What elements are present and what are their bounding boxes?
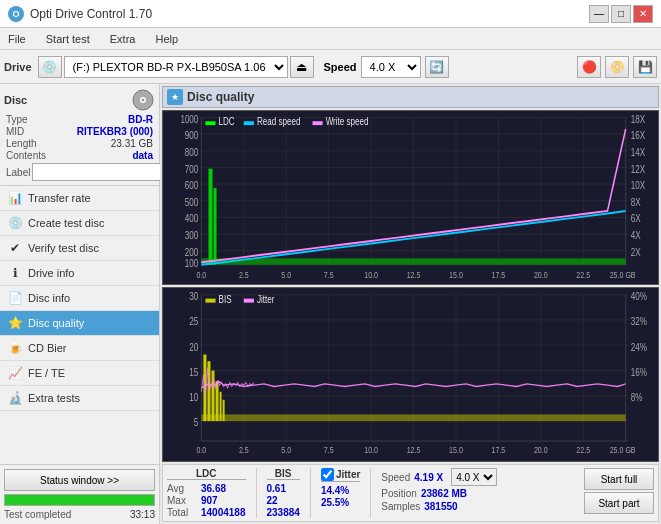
svg-text:10.0: 10.0 [364, 270, 378, 280]
position-val: 23862 MB [421, 488, 467, 499]
create-test-disc-icon: 💿 [8, 216, 22, 230]
toolbar-btn-1[interactable]: 🔴 [577, 56, 601, 78]
save-button[interactable]: 💾 [633, 56, 657, 78]
speed-dropdown[interactable]: 4.0 X [451, 468, 497, 486]
svg-text:5.0: 5.0 [281, 445, 291, 455]
progress-fill [5, 495, 154, 505]
svg-text:200: 200 [185, 247, 198, 258]
eject-button[interactable]: ⏏ [290, 56, 314, 78]
svg-text:LDC: LDC [219, 116, 235, 127]
svg-text:25.0 GB: 25.0 GB [610, 270, 636, 280]
svg-text:20.0: 20.0 [534, 270, 548, 280]
sidebar-item-create-test-disc[interactable]: 💿 Create test disc [0, 211, 159, 236]
svg-text:0.0: 0.0 [196, 270, 206, 280]
svg-text:17.5: 17.5 [492, 270, 506, 280]
sidebar-item-extra-tests[interactable]: 🔬 Extra tests [0, 386, 159, 411]
stats-area: LDC Avg 36.68 Max 907 Total 14004188 [162, 464, 659, 522]
svg-text:12.5: 12.5 [407, 270, 421, 280]
disc-panel: Disc Type BD-R MID RITEKBR3 (000) Length… [0, 84, 159, 186]
disc-icon [131, 88, 155, 112]
maximize-button[interactable]: □ [611, 5, 631, 23]
cd-bier-icon: 🍺 [8, 341, 22, 355]
disc-mid-row: MID RITEKBR3 (000) [4, 126, 155, 137]
svg-rect-114 [244, 299, 254, 303]
app-icon: O [8, 6, 24, 22]
bis-header: BIS [267, 468, 300, 480]
disc-contents-row: Contents data [4, 150, 155, 161]
minimize-button[interactable]: — [589, 5, 609, 23]
refresh-button[interactable]: 🔄 [425, 56, 449, 78]
progress-bar [4, 494, 155, 506]
status-time: 33:13 [130, 509, 155, 520]
svg-text:40%: 40% [631, 290, 648, 302]
close-button[interactable]: ✕ [633, 5, 653, 23]
svg-rect-64 [163, 288, 658, 461]
samples-val: 381550 [424, 501, 457, 512]
svg-rect-57 [214, 188, 217, 265]
jitter-header-row: Jitter [321, 468, 360, 482]
toolbar-btn-2[interactable]: 📀 [605, 56, 629, 78]
sidebar-item-verify-test-disc[interactable]: ✔ Verify test disc [0, 236, 159, 261]
svg-rect-62 [313, 121, 323, 125]
svg-text:100: 100 [185, 258, 198, 269]
app-title: Opti Drive Control 1.70 [30, 7, 152, 21]
disc-label-row: Label ✏ [4, 163, 155, 181]
speed-label: Speed [324, 61, 357, 73]
divider-2 [310, 468, 311, 518]
menu-help[interactable]: Help [151, 32, 182, 46]
sidebar-item-cd-bier[interactable]: 🍺 CD Bier [0, 336, 159, 361]
svg-rect-55 [201, 258, 625, 264]
divider-3 [370, 468, 371, 518]
bis-max: 22 [267, 495, 278, 506]
svg-text:800: 800 [185, 147, 198, 158]
drive-select[interactable]: (F:) PLEXTOR BD-R PX-LB950SA 1.06 [64, 56, 288, 78]
transfer-rate-icon: 📊 [8, 191, 22, 205]
sidebar: Disc Type BD-R MID RITEKBR3 (000) Length… [0, 84, 160, 524]
disc-type-row: Type BD-R [4, 114, 155, 125]
sidebar-item-disc-quality[interactable]: ⭐ Disc quality [0, 311, 159, 336]
speed-header: Speed [381, 472, 410, 483]
bis-avg: 0.61 [267, 483, 286, 494]
svg-text:10.0: 10.0 [364, 445, 378, 455]
start-part-button[interactable]: Start part [584, 492, 654, 514]
svg-text:400: 400 [185, 214, 198, 225]
dq-title: Disc quality [187, 90, 254, 104]
svg-text:5: 5 [194, 416, 198, 428]
fe-te-icon: 📈 [8, 366, 22, 380]
sidebar-item-drive-info[interactable]: ℹ Drive info [0, 261, 159, 286]
avg-label: Avg [167, 483, 197, 494]
svg-text:15.0: 15.0 [449, 445, 463, 455]
svg-rect-58 [205, 121, 215, 125]
jitter-max: 25.5% [321, 497, 349, 508]
speed-select[interactable]: 4.0 X [361, 56, 421, 78]
menu-bar: File Start test Extra Help [0, 28, 661, 50]
svg-text:20: 20 [189, 340, 198, 352]
ldc-chart: 1000 900 800 700 600 500 400 300 200 100… [162, 110, 659, 285]
ldc-total: 14004188 [201, 507, 246, 518]
jitter-checkbox[interactable] [321, 468, 334, 481]
sidebar-item-disc-info[interactable]: 📄 Disc info [0, 286, 159, 311]
drive-icon: 💿 [38, 56, 62, 78]
charts-area: 1000 900 800 700 600 500 400 300 200 100… [162, 110, 659, 522]
sidebar-item-transfer-rate[interactable]: 📊 Transfer rate [0, 186, 159, 211]
svg-rect-60 [244, 121, 254, 125]
label-input[interactable] [32, 163, 165, 181]
svg-text:12.5: 12.5 [407, 445, 421, 455]
svg-text:6X: 6X [631, 214, 641, 225]
svg-text:17.5: 17.5 [492, 445, 506, 455]
start-full-button[interactable]: Start full [584, 468, 654, 490]
samples-label: Samples [381, 501, 420, 512]
disc-quality-panel: ★ Disc quality [160, 84, 661, 524]
menu-file[interactable]: File [4, 32, 30, 46]
svg-text:16X: 16X [631, 130, 645, 141]
menu-extra[interactable]: Extra [106, 32, 140, 46]
svg-text:700: 700 [185, 164, 198, 175]
svg-text:7.5: 7.5 [324, 270, 334, 280]
sidebar-item-fe-te[interactable]: 📈 FE / TE [0, 361, 159, 386]
svg-rect-99 [220, 392, 222, 421]
drive-selector: 💿 (F:) PLEXTOR BD-R PX-LB950SA 1.06 ⏏ [38, 56, 314, 78]
status-window-button[interactable]: Status window >> [4, 469, 155, 491]
bis-total: 233884 [267, 507, 300, 518]
svg-text:32%: 32% [631, 315, 648, 327]
menu-start-test[interactable]: Start test [42, 32, 94, 46]
